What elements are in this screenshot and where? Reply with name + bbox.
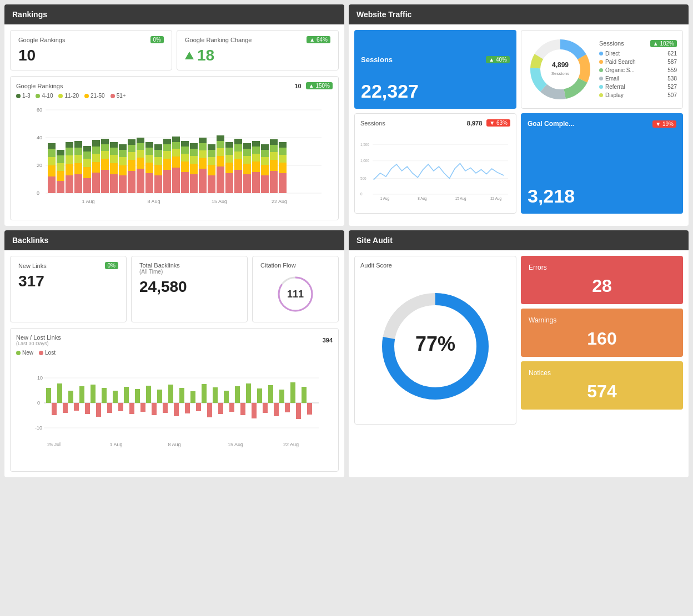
svg-rect-180	[57, 383, 62, 403]
svg-rect-193	[129, 403, 134, 414]
total-backlinks-value: 24,580	[139, 278, 239, 296]
svg-rect-16	[57, 155, 64, 163]
svg-rect-187	[96, 403, 101, 417]
errors-label: Errors	[529, 264, 675, 271]
svg-rect-202	[179, 388, 184, 403]
goal-completions-card: Goal Comple... ▼ 19% 3,218	[521, 113, 683, 214]
svg-rect-90	[190, 156, 198, 164]
svg-rect-26	[74, 148, 82, 155]
citation-flow-label: Citation Flow	[260, 262, 296, 269]
svg-rect-55	[128, 152, 135, 160]
svg-text:Sessions: Sessions	[551, 71, 569, 76]
svg-rect-65	[145, 155, 153, 163]
sessions-line-title: Sessions	[360, 120, 385, 127]
svg-rect-190	[113, 391, 118, 403]
sessions-big-value: 22,327	[361, 80, 510, 102]
svg-rect-208	[213, 387, 218, 403]
svg-rect-83	[181, 172, 189, 193]
svg-text:8 Aug: 8 Aug	[147, 199, 160, 204]
svg-rect-40	[101, 151, 109, 159]
svg-rect-106	[217, 141, 224, 148]
sessions-donut-card: 4,899 Sessions Sessions ▲ 102% Direct621…	[521, 30, 683, 109]
svg-rect-192	[124, 387, 129, 403]
svg-rect-91	[190, 149, 198, 156]
svg-text:0: 0	[37, 190, 39, 196]
svg-rect-182	[68, 391, 73, 403]
svg-text:77%: 77%	[415, 332, 455, 355]
svg-rect-124	[252, 161, 260, 172]
svg-text:500: 500	[360, 176, 366, 180]
svg-rect-18	[66, 175, 73, 193]
svg-rect-121	[243, 149, 251, 156]
svg-rect-44	[110, 163, 118, 174]
rankings-chart-legend: 1-3 4-10 11-20 21-50 51+	[16, 93, 333, 99]
new-lost-links-bar-chart: 10 0 -10	[16, 360, 333, 466]
svg-rect-210	[224, 391, 229, 403]
website-traffic-header: Website Traffic	[349, 4, 689, 24]
svg-rect-84	[181, 161, 189, 172]
svg-rect-85	[181, 154, 189, 161]
svg-rect-105	[217, 148, 224, 156]
site-audit-title: Site Audit	[356, 236, 393, 245]
new-lost-links-subtitle: (Last 30 Days)	[16, 341, 61, 346]
sessions-line-value: 8,978	[467, 120, 483, 127]
errors-card: Errors 28	[521, 256, 683, 304]
rankings-chart-title: Google Rankings	[16, 83, 63, 89]
errors-value: 28	[529, 276, 675, 296]
svg-text:111: 111	[287, 289, 304, 300]
svg-rect-61	[137, 143, 144, 150]
svg-rect-19	[66, 164, 73, 175]
svg-rect-57	[128, 139, 135, 145]
svg-rect-104	[217, 156, 224, 166]
svg-text:40: 40	[37, 135, 42, 140]
svg-rect-211	[229, 403, 234, 412]
notices-card: Notices 574	[521, 361, 683, 410]
svg-text:4,899: 4,899	[552, 61, 569, 69]
google-ranking-change-badge: ▲ 64%	[307, 36, 330, 43]
svg-rect-81	[172, 142, 180, 149]
svg-rect-48	[119, 175, 127, 193]
svg-rect-102	[208, 144, 215, 150]
svg-rect-116	[234, 144, 242, 152]
svg-rect-70	[154, 157, 162, 165]
svg-text:1 Aug: 1 Aug	[380, 196, 390, 201]
svg-rect-107	[217, 135, 224, 141]
svg-rect-140	[279, 155, 287, 163]
svg-rect-42	[101, 139, 109, 144]
svg-rect-75	[163, 151, 171, 159]
svg-rect-15	[57, 163, 64, 171]
svg-rect-195	[140, 403, 145, 412]
svg-rect-88	[190, 174, 198, 193]
svg-rect-71	[154, 150, 162, 157]
backlinks-header: Backlinks	[4, 230, 344, 250]
svg-rect-46	[110, 148, 118, 155]
goal-completions-label: Goal Comple...	[528, 120, 574, 128]
svg-rect-37	[92, 140, 100, 147]
svg-rect-188	[102, 388, 107, 403]
new-links-card: New Links 0% 317	[10, 256, 127, 322]
svg-rect-67	[145, 142, 153, 148]
svg-text:-10: -10	[35, 425, 42, 431]
svg-rect-142	[279, 142, 287, 148]
svg-rect-14	[57, 171, 64, 181]
svg-rect-29	[83, 167, 91, 178]
svg-rect-9	[48, 165, 56, 176]
svg-rect-222	[290, 382, 295, 403]
svg-rect-74	[163, 159, 171, 170]
svg-rect-21	[66, 148, 73, 155]
warnings-value: 160	[529, 329, 675, 349]
svg-rect-59	[137, 158, 144, 169]
svg-rect-92	[190, 143, 198, 149]
svg-rect-13	[57, 181, 64, 193]
website-traffic-title: Website Traffic	[356, 10, 411, 19]
svg-rect-203	[185, 403, 190, 413]
svg-rect-178	[46, 388, 51, 403]
svg-rect-125	[252, 154, 260, 161]
warnings-label: Warnings	[529, 316, 675, 324]
rankings-chart-badge: ▲ 150%	[306, 82, 333, 89]
svg-rect-43	[110, 174, 118, 193]
svg-rect-181	[63, 403, 68, 413]
svg-rect-20	[66, 155, 73, 164]
svg-rect-60	[137, 150, 144, 158]
svg-rect-35	[92, 154, 100, 162]
